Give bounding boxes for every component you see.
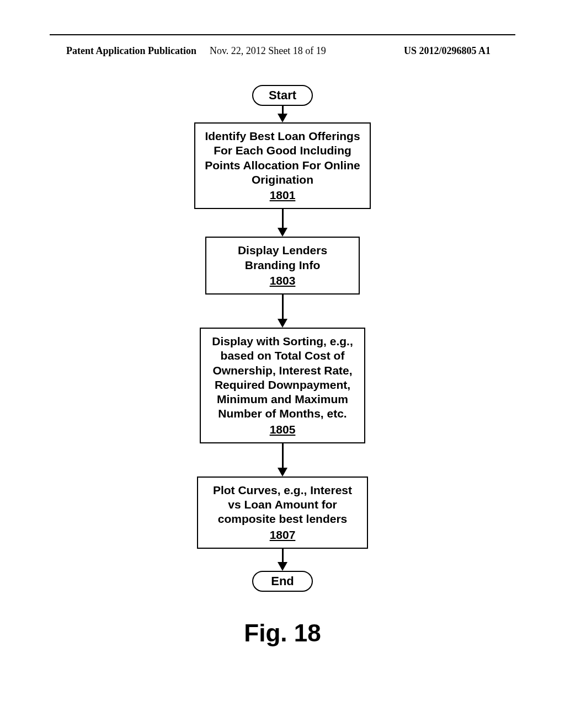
- arrow-line: [282, 295, 284, 319]
- figure-caption: Fig. 18: [244, 619, 321, 647]
- arrow-line: [282, 549, 284, 562]
- header-publication: Patent Application Publication: [66, 45, 196, 57]
- header-doc-number: US 2012/0296805 A1: [404, 45, 491, 57]
- process-ref: 1805: [270, 422, 296, 437]
- arrow-head-icon: [278, 468, 287, 477]
- arrow-line: [282, 106, 284, 114]
- arrow-line: [282, 209, 284, 228]
- process-plot-curves: Plot Curves, e.g., Interest vs Loan Amou…: [197, 477, 368, 549]
- process-ref: 1801: [270, 188, 296, 202]
- process-identify-offerings: Identify Best Loan Offerings For Each Go…: [194, 122, 371, 209]
- process-text: Display with Sorting, e.g., based on Tot…: [209, 334, 356, 421]
- process-ref: 1807: [270, 528, 296, 542]
- arrow-head-icon: [278, 114, 287, 122]
- process-text: Identify Best Loan Offerings For Each Go…: [203, 129, 362, 187]
- process-text: Display Lenders Branding Info: [214, 243, 351, 272]
- arrow-head-icon: [278, 562, 287, 571]
- arrow-5: [278, 549, 287, 571]
- arrow-head-icon: [278, 228, 287, 237]
- arrow-2: [278, 209, 287, 237]
- flowchart-container: Start Identify Best Loan Offerings For E…: [0, 85, 565, 647]
- process-ref: 1803: [270, 274, 296, 288]
- page-header: Patent Application Publication Nov. 22, …: [0, 45, 565, 57]
- header-date-sheet: Nov. 22, 2012 Sheet 18 of 19: [210, 45, 326, 57]
- arrow-3: [278, 295, 287, 328]
- arrow-head-icon: [278, 319, 287, 328]
- end-label: End: [271, 574, 294, 588]
- arrow-4: [278, 443, 287, 477]
- process-text: Plot Curves, e.g., Interest vs Loan Amou…: [206, 483, 359, 527]
- end-terminal: End: [252, 571, 313, 592]
- arrow-line: [282, 443, 284, 468]
- header-rule: [50, 34, 515, 35]
- process-display-branding: Display Lenders Branding Info 1803: [205, 237, 360, 295]
- process-display-sorting: Display with Sorting, e.g., based on Tot…: [200, 328, 365, 443]
- start-terminal: Start: [252, 85, 313, 106]
- start-label: Start: [269, 88, 296, 102]
- arrow-1: [278, 106, 287, 122]
